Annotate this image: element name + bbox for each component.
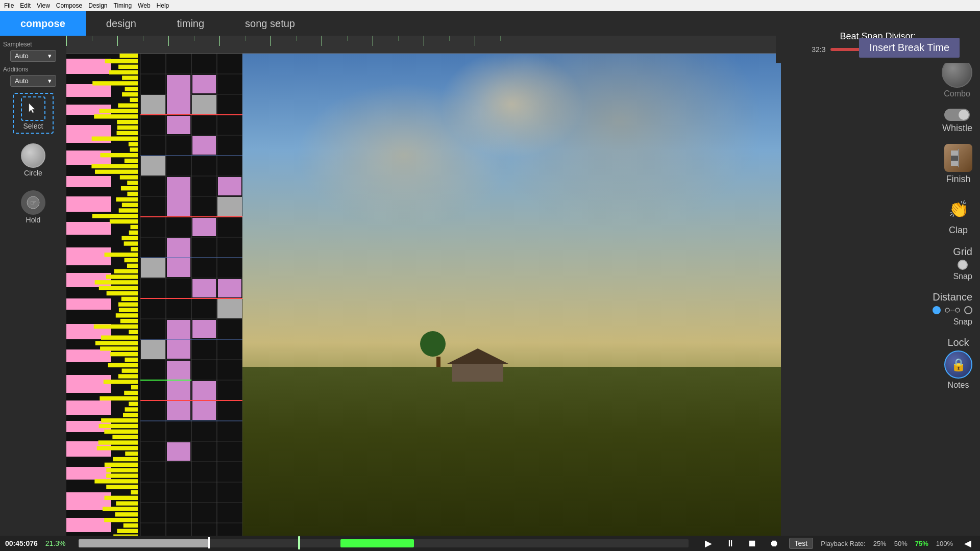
background-scene	[242, 54, 781, 536]
distance-snap-label: Snap	[953, 317, 972, 327]
hold-icon: ☞	[21, 190, 45, 215]
menu-file[interactable]: File	[4, 2, 14, 9]
additions-label: Additions	[0, 66, 28, 73]
stop-button[interactable]: ⏹	[745, 536, 760, 550]
hold-label: Hold	[26, 216, 41, 224]
tab-song-setup[interactable]: song setup	[225, 11, 315, 36]
tab-timing[interactable]: timing	[157, 11, 225, 36]
menu-web[interactable]: Web	[138, 2, 150, 9]
distance-label: Distance	[933, 291, 972, 303]
circle-label: Circle	[24, 169, 42, 177]
record-button[interactable]: ⏺	[767, 536, 781, 550]
playback-rate-label: Playback Rate:	[821, 540, 865, 547]
right-panel: New Combo Whistle Finish	[781, 36, 980, 536]
insert-break-button[interactable]: Insert Break Time	[859, 38, 960, 58]
progress-bar[interactable]	[79, 539, 689, 547]
grid-label: Grid	[953, 246, 972, 258]
finish-area: Finish	[781, 144, 980, 185]
farmhouse-body	[452, 364, 503, 382]
select-icon	[21, 96, 45, 121]
speed-down-button[interactable]: ◀	[961, 536, 975, 550]
menu-compose[interactable]: Compose	[56, 2, 82, 9]
whistle-toggle[interactable]	[944, 109, 970, 121]
sampleset-label: Sampleset	[0, 41, 32, 48]
rate-100[interactable]: 100%	[936, 540, 953, 547]
pause-button[interactable]: ⏸	[723, 536, 738, 550]
select-label: Select	[23, 122, 43, 130]
svg-point-3	[945, 308, 949, 312]
bottom-bar: 00:45:076 21.3% ▶ ⏸ ⏹ ⏺ Test Playback Ra…	[0, 536, 980, 551]
menu-timing[interactable]: Timing	[114, 2, 132, 9]
distance-snap-area: Distance Snap	[781, 291, 980, 327]
farmhouse-roof	[447, 348, 508, 364]
distance-radio-off[interactable]	[964, 306, 972, 314]
farmhouse	[447, 351, 508, 382]
tree-top	[420, 331, 446, 357]
grid-area[interactable]	[140, 54, 242, 536]
finish-icon[interactable]	[944, 144, 972, 172]
circle-tool-button[interactable]: Circle	[13, 140, 54, 181]
lock-label: Lock	[947, 337, 969, 348]
svg-text:☞: ☞	[30, 198, 37, 207]
snap-label: Snap	[953, 272, 972, 281]
sampleset-dropdown[interactable]: Auto ▾	[10, 50, 56, 62]
notes-area	[66, 54, 140, 536]
time-display: 00:45:076	[5, 539, 38, 547]
menubar: File Edit View Compose Design Timing Web…	[0, 0, 980, 11]
distance-icon	[945, 305, 960, 315]
grid-snap-area: Grid Snap	[781, 246, 980, 281]
tabbar: compose design timing song setup Beat Sn…	[0, 11, 980, 36]
play-button[interactable]: ▶	[701, 536, 716, 550]
clap-icon[interactable]: 👏	[944, 195, 972, 223]
lock-button[interactable]: 🔒	[944, 350, 972, 379]
tree	[431, 331, 446, 367]
tab-design[interactable]: design	[86, 11, 157, 36]
timeline-ruler	[66, 36, 781, 54]
whistle-area: Whistle	[781, 109, 980, 134]
tab-compose[interactable]: compose	[0, 11, 86, 36]
notes-label: Notes	[948, 381, 969, 390]
additions-dropdown[interactable]: Auto ▾	[10, 75, 56, 87]
clap-area: 👏 Clap	[781, 195, 980, 236]
select-tool-button[interactable]: Select	[13, 93, 54, 134]
left-panel: Sampleset Auto ▾ Additions Auto ▾ Select…	[0, 36, 66, 536]
whistle-thumb	[959, 110, 969, 120]
svg-point-5	[955, 308, 960, 312]
clap-label: Clap	[949, 225, 968, 236]
grid-snap-circle[interactable]	[958, 260, 968, 270]
rate-50[interactable]: 50%	[894, 540, 908, 547]
whistle-label: Whistle	[942, 123, 972, 134]
hold-hand-icon: ☞	[26, 195, 41, 210]
finish-label: Finish	[946, 174, 970, 185]
distance-radio-on[interactable]	[933, 306, 941, 314]
cursor-icon	[27, 103, 39, 115]
circle-icon	[21, 143, 45, 168]
beat-snap-left-value: 32:3	[805, 45, 825, 54]
menu-help[interactable]: Help	[157, 2, 169, 9]
ground	[242, 367, 781, 536]
hold-tool-button[interactable]: ☞ Hold	[13, 187, 54, 228]
combo-label: Combo	[944, 89, 970, 98]
test-button[interactable]: Test	[789, 538, 814, 549]
menu-design[interactable]: Design	[88, 2, 107, 9]
menu-view[interactable]: View	[37, 2, 50, 9]
rate-75[interactable]: 75%	[915, 540, 928, 547]
tree-trunk	[436, 357, 440, 367]
finish-svg	[948, 148, 969, 168]
menu-edit[interactable]: Edit	[20, 2, 31, 9]
pct-display: 21.3%	[45, 539, 66, 547]
rate-25[interactable]: 25%	[873, 540, 887, 547]
lock-notes-area: Lock 🔒 Notes	[781, 337, 980, 390]
